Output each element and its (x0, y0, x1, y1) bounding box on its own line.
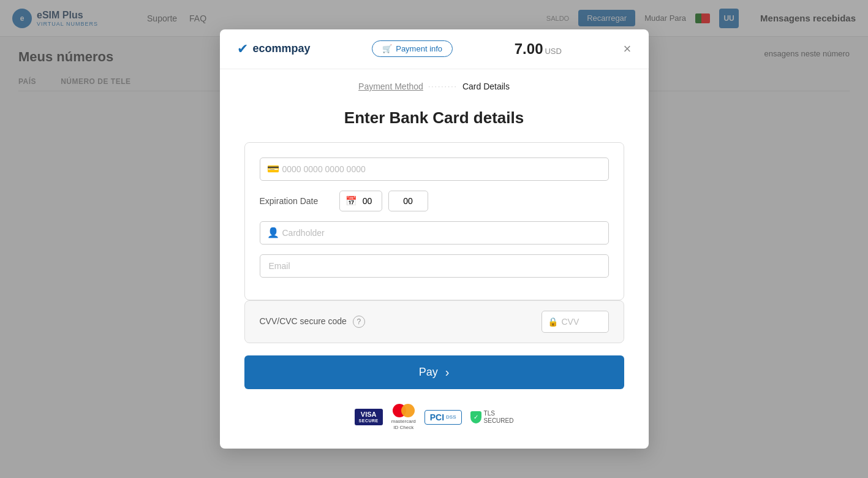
tls-shield-icon: ✓ (470, 411, 481, 423)
mastercard-badge: mastercard ID Check (391, 404, 416, 430)
tls-badge: ✓ TLS SECURED (470, 410, 514, 425)
cardholder-group: 👤 (260, 221, 609, 245)
amount-display: 7.00USD (515, 40, 562, 58)
cvv-input-wrap: 🔒 (542, 311, 609, 333)
payment-info-button[interactable]: 🛒 Payment info (372, 40, 453, 57)
card-form-area: 💳 Expiration Date 📅 👤 (244, 142, 624, 300)
help-icon[interactable]: ? (353, 316, 365, 328)
modal-overlay: ✔ ecommpay 🛒 Payment info 7.00USD × Paym… (0, 0, 868, 478)
form-title: Enter Bank Card details (244, 108, 624, 127)
tls-text: TLS SECURED (484, 410, 514, 425)
cart-icon: 🛒 (382, 44, 392, 53)
breadcrumb-dots: ········· (428, 82, 458, 91)
visa-secure-text: SECURE (359, 419, 379, 423)
modal-body: Payment Method ········· Card Details En… (220, 69, 649, 449)
pay-arrow-icon: › (445, 365, 450, 379)
expiry-row: Expiration Date 📅 (260, 191, 609, 211)
mastercard-text: mastercard ID Check (391, 419, 416, 430)
security-badges: VISA SECURE mastercard ID Check (244, 404, 624, 430)
payment-modal: ✔ ecommpay 🛒 Payment info 7.00USD × Paym… (220, 29, 649, 449)
expiry-label: Expiration Date (260, 196, 333, 206)
mc-orange-circle (401, 404, 415, 417)
breadcrumb-step-payment-method[interactable]: Payment Method (358, 82, 423, 91)
email-group (260, 254, 609, 278)
card-number-input[interactable] (260, 157, 609, 181)
cardholder-input[interactable] (260, 221, 609, 245)
pay-button-label: Pay (419, 366, 438, 379)
cvv-label: CVV/CVC secure code (260, 316, 347, 328)
cvv-section: CVV/CVC secure code ? 🔒 (244, 300, 624, 343)
cvv-label-wrap: CVV/CVC secure code ? (260, 316, 365, 328)
ecommpay-check-icon: ✔ (237, 41, 248, 57)
pay-button[interactable]: Pay › (244, 355, 624, 389)
expiry-month-wrap: 📅 (339, 191, 382, 211)
breadcrumb-step-card-details: Card Details (462, 82, 510, 91)
expiry-year-input[interactable] (388, 191, 428, 211)
lock-icon: 🔒 (548, 317, 558, 327)
pci-text: PCI (430, 412, 444, 422)
email-input[interactable] (260, 254, 609, 278)
visa-text: VISA (361, 411, 377, 419)
pci-dss-badge: PCI DSS (425, 410, 462, 425)
close-button[interactable]: × (624, 42, 632, 56)
breadcrumb: Payment Method ········· Card Details (244, 82, 624, 91)
calendar-icon: 📅 (345, 195, 357, 207)
ecommpay-logo: ✔ ecommpay (237, 41, 311, 57)
cardholder-input-wrap: 👤 (260, 221, 609, 245)
modal-header: ✔ ecommpay 🛒 Payment info 7.00USD × (220, 29, 649, 69)
ecommpay-text: ecommpay (253, 42, 311, 55)
visa-secure-badge: VISA SECURE (355, 409, 383, 426)
mastercard-circles (393, 404, 415, 417)
card-number-group: 💳 (260, 157, 609, 181)
dss-text: DSS (446, 415, 456, 420)
card-number-input-wrap: 💳 (260, 157, 609, 181)
